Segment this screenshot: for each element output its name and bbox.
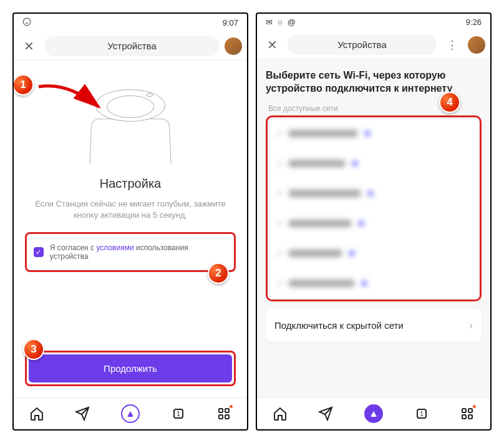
- bottom-nav: 1: [257, 397, 490, 429]
- svg-rect-4: [225, 409, 229, 412]
- svg-rect-12: [468, 415, 472, 419]
- status-time: 9:07: [223, 18, 238, 27]
- nav-alice-icon[interactable]: [364, 404, 383, 423]
- wifi-network-item[interactable]: [269, 119, 478, 148]
- wifi-network-item[interactable]: [269, 238, 478, 268]
- header: ✕ Устройства ⋮: [257, 31, 490, 59]
- header: ✕ Устройства: [14, 32, 247, 61]
- highlight-terms: ✓ Я согласен с условиями использования у…: [25, 232, 236, 272]
- svg-rect-3: [219, 409, 223, 412]
- nav-send-icon[interactable]: [75, 406, 90, 421]
- terms-checkbox-row[interactable]: ✓ Я согласен с условиями использования у…: [27, 235, 233, 270]
- terms-text: Я согласен с условиями использования уст…: [50, 243, 227, 261]
- connect-hidden-network[interactable]: Подключиться к скрытой сети ›: [266, 309, 482, 342]
- chevron-right-icon: ›: [469, 319, 473, 332]
- nav-send-icon[interactable]: [318, 406, 333, 421]
- terms-link[interactable]: условиями: [96, 243, 133, 252]
- setup-description: Если Станция сейчас не мигает голубым, з…: [30, 198, 231, 221]
- notification-dot-icon: [230, 405, 233, 408]
- callout-1: 1: [14, 74, 34, 95]
- phone-left-setup: 9:07 ✕ Устройства 1 Настройка Если Станц…: [12, 12, 248, 431]
- svg-text:1: 1: [420, 411, 424, 417]
- header-title[interactable]: Устройства: [288, 34, 437, 55]
- wifi-content: Выберите сеть Wi-Fi, через которую устро…: [257, 59, 490, 397]
- svg-point-0: [23, 18, 31, 26]
- avatar[interactable]: [468, 36, 485, 54]
- highlight-continue: 3 Продолжить: [25, 351, 236, 386]
- nav-tabs-icon[interactable]: 1: [171, 406, 186, 421]
- nav-home-icon[interactable]: [273, 406, 288, 421]
- wifi-network-item[interactable]: [269, 268, 478, 298]
- continue-button[interactable]: Продолжить: [29, 354, 232, 382]
- svg-rect-11: [462, 415, 466, 419]
- close-button[interactable]: ✕: [262, 35, 283, 55]
- more-menu-icon[interactable]: ⋮: [442, 36, 463, 54]
- avatar[interactable]: [225, 37, 242, 55]
- nav-tabs-icon[interactable]: 1: [414, 406, 429, 421]
- svg-rect-10: [468, 409, 472, 412]
- phone-right-wifi: ✉ ○ @ 9:26 ✕ Устройства ⋮ Выберите сеть …: [256, 12, 492, 431]
- header-title[interactable]: Устройства: [44, 36, 220, 56]
- status-bar: ✉ ○ @ 9:26: [257, 14, 490, 31]
- mail-status-icon: ✉: [266, 17, 273, 27]
- nav-home-icon[interactable]: [29, 406, 44, 421]
- at-status-icon: @: [288, 17, 296, 27]
- notification-dot-icon: [473, 405, 476, 408]
- callout-3: 3: [23, 339, 44, 360]
- svg-rect-6: [225, 415, 229, 419]
- whatsapp-status-icon: ○: [278, 17, 283, 27]
- wifi-network-item[interactable]: [269, 178, 478, 208]
- wifi-network-list: [269, 119, 478, 298]
- wifi-network-item[interactable]: [269, 148, 478, 178]
- whatsapp-status-icon: [22, 17, 31, 28]
- status-time: 9:26: [466, 17, 482, 27]
- setup-content: 1 Настройка Если Станция сейчас не мигае…: [14, 61, 247, 397]
- nav-services-icon[interactable]: [216, 406, 231, 421]
- close-button[interactable]: ✕: [19, 36, 39, 56]
- pointer-arrow: [36, 78, 105, 113]
- bottom-nav: 1: [14, 397, 247, 429]
- status-bar: 9:07: [14, 14, 247, 32]
- svg-rect-9: [462, 409, 466, 412]
- checkbox-icon[interactable]: ✓: [34, 247, 44, 257]
- callout-4: 4: [439, 92, 460, 113]
- wifi-network-item[interactable]: [269, 208, 478, 238]
- setup-title: Настройка: [25, 177, 236, 191]
- highlight-wifi-list: [266, 115, 482, 301]
- svg-rect-5: [219, 415, 223, 419]
- nav-alice-icon[interactable]: [121, 404, 140, 423]
- nav-services-icon[interactable]: [460, 406, 475, 421]
- hidden-network-label: Подключиться к скрытой сети: [274, 320, 404, 331]
- svg-text:1: 1: [177, 411, 180, 417]
